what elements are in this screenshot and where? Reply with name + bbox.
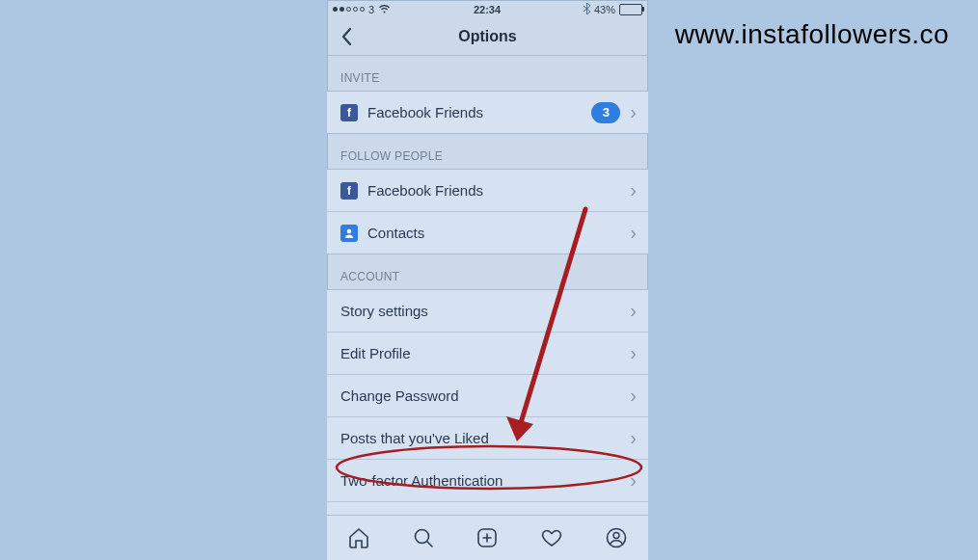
row-label: Posts that you've Liked bbox=[340, 430, 620, 446]
row-label: Story settings bbox=[340, 303, 620, 319]
row-follow-facebook[interactable]: f Facebook Friends › bbox=[327, 170, 648, 212]
row-label: Contacts bbox=[367, 225, 620, 241]
chevron-right-icon: › bbox=[630, 179, 637, 201]
nav-header: Options bbox=[327, 18, 648, 56]
row-follow-contacts[interactable]: Contacts › bbox=[327, 212, 648, 253]
section-header-follow: FOLLOW PEOPLE bbox=[327, 134, 648, 169]
notification-badge: 3 bbox=[591, 102, 620, 123]
row-story-settings[interactable]: Story settings › bbox=[327, 290, 648, 333]
chevron-right-icon: › bbox=[630, 469, 637, 492]
contacts-icon bbox=[340, 225, 358, 242]
section-header-account: ACCOUNT bbox=[327, 254, 648, 289]
row-edit-profile[interactable]: Edit Profile › bbox=[327, 333, 648, 375]
plus-square-icon bbox=[475, 526, 499, 549]
activity-tab[interactable] bbox=[539, 525, 564, 550]
row-posts-liked[interactable]: Posts that you've Liked › bbox=[327, 417, 648, 460]
chevron-right-icon: › bbox=[630, 222, 637, 244]
row-label: Two-factor Authentication bbox=[340, 472, 620, 489]
home-tab[interactable] bbox=[346, 525, 371, 550]
row-two-factor-auth[interactable]: Two-factor Authentication › bbox=[327, 460, 648, 502]
new-post-tab[interactable] bbox=[475, 525, 500, 550]
back-button[interactable] bbox=[335, 18, 358, 55]
chevron-right-icon: › bbox=[630, 427, 637, 449]
row-label: Edit Profile bbox=[340, 345, 620, 361]
row-invite-facebook[interactable]: f Facebook Friends 3 › bbox=[327, 92, 648, 133]
page-title: Options bbox=[458, 28, 516, 45]
section-header-invite: INVITE bbox=[327, 56, 648, 91]
search-tab[interactable] bbox=[411, 525, 436, 550]
profile-icon bbox=[605, 526, 628, 549]
signal-strength-icon bbox=[333, 7, 365, 12]
clock: 22:34 bbox=[474, 4, 501, 15]
bluetooth-icon bbox=[584, 3, 590, 16]
svg-point-7 bbox=[613, 533, 619, 539]
battery-pct: 43% bbox=[594, 4, 615, 15]
facebook-icon: f bbox=[340, 104, 358, 121]
chevron-right-icon: › bbox=[630, 385, 637, 407]
row-label: Change Password bbox=[340, 387, 620, 404]
carrier-label: 3 bbox=[368, 4, 374, 15]
watermark-text: www.instafollowers.co bbox=[675, 19, 949, 50]
facebook-icon: f bbox=[340, 182, 358, 200]
chevron-right-icon: › bbox=[630, 101, 637, 123]
tab-bar bbox=[327, 515, 648, 560]
phone-screen: 3 22:34 43% Options INVITE f Facebook Fr… bbox=[327, 0, 648, 560]
status-right: 43% bbox=[584, 3, 642, 16]
svg-line-2 bbox=[427, 542, 432, 547]
status-bar: 3 22:34 43% bbox=[327, 0, 648, 18]
svg-point-0 bbox=[347, 228, 352, 233]
search-icon bbox=[412, 526, 435, 549]
chevron-right-icon: › bbox=[630, 300, 637, 322]
wifi-icon bbox=[378, 4, 391, 15]
row-change-password[interactable]: Change Password › bbox=[327, 375, 648, 417]
profile-tab[interactable] bbox=[604, 525, 629, 550]
battery-icon bbox=[619, 4, 642, 15]
row-label: Facebook Friends bbox=[367, 182, 620, 199]
chevron-right-icon: › bbox=[630, 342, 637, 364]
home-icon bbox=[347, 526, 370, 549]
heart-icon bbox=[540, 526, 563, 549]
invite-list: f Facebook Friends 3 › bbox=[327, 91, 648, 134]
status-left: 3 bbox=[333, 4, 391, 15]
chevron-left-icon bbox=[340, 27, 352, 46]
svg-point-1 bbox=[415, 530, 428, 544]
follow-list: f Facebook Friends › Contacts › bbox=[327, 169, 648, 254]
row-label: Facebook Friends bbox=[367, 104, 582, 120]
